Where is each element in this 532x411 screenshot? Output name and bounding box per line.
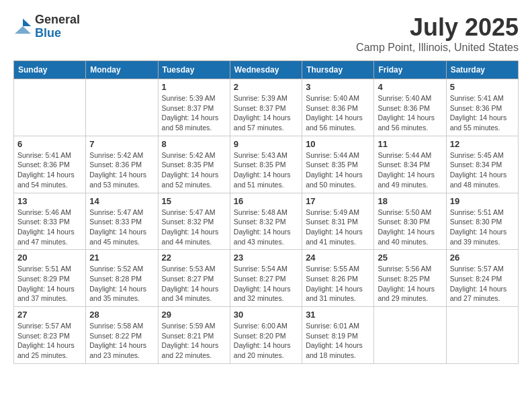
day-info: Sunrise: 6:01 AMSunset: 8:19 PMDaylight:… — [306, 321, 370, 361]
day-number: 6 — [17, 139, 82, 149]
day-number: 28 — [89, 310, 154, 320]
day-info: Sunrise: 5:59 AMSunset: 8:21 PMDaylight:… — [162, 321, 226, 361]
header-tuesday: Tuesday — [158, 61, 230, 79]
calendar-cell: 11Sunrise: 5:44 AMSunset: 8:34 PMDayligh… — [374, 136, 446, 193]
calendar-cell: 31Sunrise: 6:01 AMSunset: 8:19 PMDayligh… — [302, 307, 374, 364]
day-info: Sunrise: 5:42 AMSunset: 8:35 PMDaylight:… — [162, 150, 226, 190]
day-number: 20 — [17, 253, 82, 263]
weekday-header-row: Sunday Monday Tuesday Wednesday Thursday… — [14, 61, 519, 79]
calendar-cell: 19Sunrise: 5:51 AMSunset: 8:30 PMDayligh… — [446, 193, 518, 250]
logo: General Blue — [13, 13, 80, 40]
week-row-1: 1Sunrise: 5:39 AMSunset: 8:37 PMDaylight… — [14, 79, 519, 136]
svg-marker-0 — [23, 19, 31, 26]
day-info: Sunrise: 5:55 AMSunset: 8:26 PMDaylight:… — [306, 264, 370, 304]
calendar-cell: 29Sunrise: 5:59 AMSunset: 8:21 PMDayligh… — [158, 307, 230, 364]
calendar-cell: 21Sunrise: 5:52 AMSunset: 8:28 PMDayligh… — [86, 250, 158, 307]
day-number: 15 — [162, 196, 226, 206]
day-info: Sunrise: 5:47 AMSunset: 8:33 PMDaylight:… — [89, 208, 154, 247]
day-info: Sunrise: 6:00 AMSunset: 8:20 PMDaylight:… — [234, 321, 298, 361]
calendar-cell: 25Sunrise: 5:56 AMSunset: 8:25 PMDayligh… — [374, 250, 446, 307]
header-monday: Monday — [86, 61, 158, 79]
day-info: Sunrise: 5:51 AMSunset: 8:29 PMDaylight:… — [17, 264, 82, 304]
day-number: 31 — [306, 310, 370, 320]
header-saturday: Saturday — [446, 61, 518, 79]
day-info: Sunrise: 5:48 AMSunset: 8:32 PMDaylight:… — [234, 208, 298, 247]
day-number: 2 — [234, 82, 298, 92]
day-number: 4 — [378, 82, 442, 92]
day-number: 11 — [378, 139, 442, 149]
calendar-cell: 24Sunrise: 5:55 AMSunset: 8:26 PMDayligh… — [302, 250, 374, 307]
day-info: Sunrise: 5:45 AMSunset: 8:34 PMDaylight:… — [450, 150, 515, 190]
day-number: 22 — [162, 253, 226, 263]
day-info: Sunrise: 5:39 AMSunset: 8:37 PMDaylight:… — [162, 93, 226, 133]
header-sunday: Sunday — [14, 61, 86, 79]
calendar-cell: 9Sunrise: 5:43 AMSunset: 8:35 PMDaylight… — [230, 136, 302, 193]
calendar-cell: 1Sunrise: 5:39 AMSunset: 8:37 PMDaylight… — [158, 79, 230, 136]
day-info: Sunrise: 5:57 AMSunset: 8:23 PMDaylight:… — [17, 321, 82, 361]
title-block: July 2025 Camp Point, Illinois, United S… — [356, 13, 519, 54]
calendar-cell: 13Sunrise: 5:46 AMSunset: 8:33 PMDayligh… — [14, 193, 86, 250]
day-info: Sunrise: 5:44 AMSunset: 8:34 PMDaylight:… — [378, 150, 442, 190]
day-info: Sunrise: 5:57 AMSunset: 8:24 PMDaylight:… — [450, 264, 515, 304]
day-info: Sunrise: 5:50 AMSunset: 8:30 PMDaylight:… — [378, 208, 442, 247]
day-number: 14 — [89, 196, 154, 206]
calendar-cell: 30Sunrise: 6:00 AMSunset: 8:20 PMDayligh… — [230, 307, 302, 364]
day-info: Sunrise: 5:47 AMSunset: 8:32 PMDaylight:… — [162, 208, 226, 247]
day-number: 16 — [234, 196, 298, 206]
day-number: 30 — [234, 310, 298, 320]
day-info: Sunrise: 5:54 AMSunset: 8:27 PMDaylight:… — [234, 264, 298, 304]
calendar-cell: 27Sunrise: 5:57 AMSunset: 8:23 PMDayligh… — [14, 307, 86, 364]
calendar-cell: 2Sunrise: 5:39 AMSunset: 8:37 PMDaylight… — [230, 79, 302, 136]
calendar-cell: 14Sunrise: 5:47 AMSunset: 8:33 PMDayligh… — [86, 193, 158, 250]
day-number: 9 — [234, 139, 298, 149]
calendar-cell: 26Sunrise: 5:57 AMSunset: 8:24 PMDayligh… — [446, 250, 518, 307]
day-info: Sunrise: 5:41 AMSunset: 8:36 PMDaylight:… — [17, 150, 82, 190]
calendar-cell — [14, 79, 86, 136]
day-info: Sunrise: 5:43 AMSunset: 8:35 PMDaylight:… — [234, 150, 298, 190]
day-number: 23 — [234, 253, 298, 263]
day-info: Sunrise: 5:40 AMSunset: 8:36 PMDaylight:… — [306, 93, 370, 133]
day-info: Sunrise: 5:41 AMSunset: 8:36 PMDaylight:… — [450, 93, 515, 133]
location-title: Camp Point, Illinois, United States — [356, 42, 519, 54]
day-number: 18 — [378, 196, 442, 206]
day-info: Sunrise: 5:56 AMSunset: 8:25 PMDaylight:… — [378, 264, 442, 304]
day-info: Sunrise: 5:53 AMSunset: 8:27 PMDaylight:… — [162, 264, 226, 304]
day-info: Sunrise: 5:51 AMSunset: 8:30 PMDaylight:… — [450, 208, 515, 247]
day-number: 19 — [450, 196, 515, 206]
day-number: 12 — [450, 139, 515, 149]
calendar-cell: 4Sunrise: 5:40 AMSunset: 8:36 PMDaylight… — [374, 79, 446, 136]
page-header: General Blue July 2025 Camp Point, Illin… — [13, 13, 519, 54]
header-friday: Friday — [374, 61, 446, 79]
day-number: 1 — [162, 82, 226, 92]
calendar-cell: 17Sunrise: 5:49 AMSunset: 8:31 PMDayligh… — [302, 193, 374, 250]
calendar-cell: 5Sunrise: 5:41 AMSunset: 8:36 PMDaylight… — [446, 79, 518, 136]
day-number: 10 — [306, 139, 370, 149]
day-info: Sunrise: 5:49 AMSunset: 8:31 PMDaylight:… — [306, 208, 370, 247]
calendar-cell: 15Sunrise: 5:47 AMSunset: 8:32 PMDayligh… — [158, 193, 230, 250]
calendar-cell: 8Sunrise: 5:42 AMSunset: 8:35 PMDaylight… — [158, 136, 230, 193]
svg-marker-1 — [15, 26, 31, 34]
day-info: Sunrise: 5:42 AMSunset: 8:36 PMDaylight:… — [89, 150, 154, 190]
calendar-cell — [374, 307, 446, 364]
day-number: 21 — [89, 253, 154, 263]
week-row-3: 13Sunrise: 5:46 AMSunset: 8:33 PMDayligh… — [14, 193, 519, 250]
calendar-cell: 22Sunrise: 5:53 AMSunset: 8:27 PMDayligh… — [158, 250, 230, 307]
calendar-cell — [86, 79, 158, 136]
logo-text: General Blue — [35, 13, 80, 40]
header-wednesday: Wednesday — [230, 61, 302, 79]
day-info: Sunrise: 5:52 AMSunset: 8:28 PMDaylight:… — [89, 264, 154, 304]
logo-icon — [13, 17, 32, 36]
calendar-cell: 7Sunrise: 5:42 AMSunset: 8:36 PMDaylight… — [86, 136, 158, 193]
day-number: 8 — [162, 139, 226, 149]
calendar-cell: 6Sunrise: 5:41 AMSunset: 8:36 PMDaylight… — [14, 136, 86, 193]
day-info: Sunrise: 5:46 AMSunset: 8:33 PMDaylight:… — [17, 208, 82, 247]
day-number: 27 — [17, 310, 82, 320]
calendar-cell: 20Sunrise: 5:51 AMSunset: 8:29 PMDayligh… — [14, 250, 86, 307]
day-number: 3 — [306, 82, 370, 92]
calendar-cell: 12Sunrise: 5:45 AMSunset: 8:34 PMDayligh… — [446, 136, 518, 193]
calendar-cell: 10Sunrise: 5:44 AMSunset: 8:35 PMDayligh… — [302, 136, 374, 193]
calendar-cell: 3Sunrise: 5:40 AMSunset: 8:36 PMDaylight… — [302, 79, 374, 136]
day-number: 5 — [450, 82, 515, 92]
month-title: July 2025 — [356, 13, 519, 42]
day-number: 29 — [162, 310, 226, 320]
